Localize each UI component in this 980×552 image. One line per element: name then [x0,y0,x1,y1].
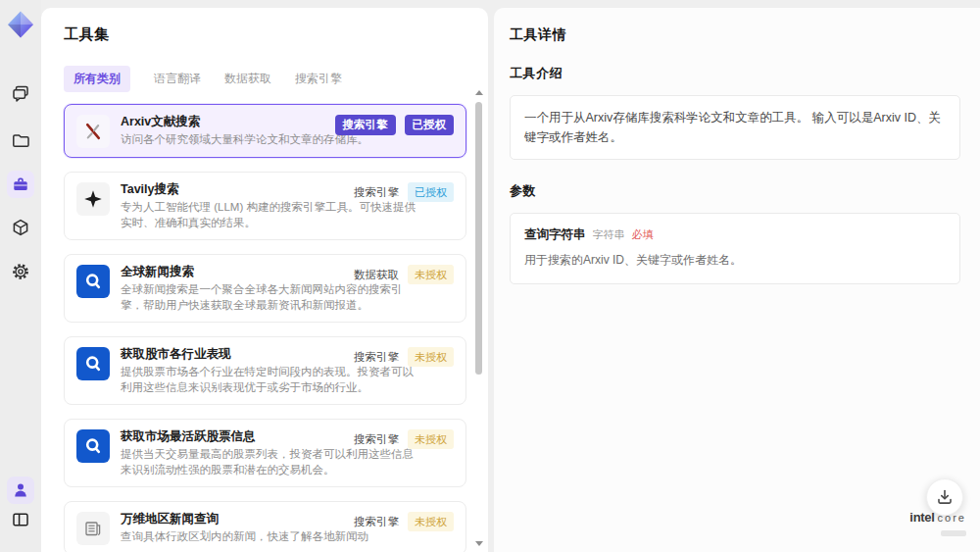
tool-icon [76,115,110,148]
tool-description: 提供股票市场各个行业在特定时间段内的表现。投资者可以利用这些信息来识别表现优于或… [121,364,416,395]
download-icon [935,487,955,507]
tool-icon [76,512,110,545]
tool-category-badge: 搜索引擎 [354,185,399,200]
param-type: 字符串 [593,227,625,242]
tool-list-panel: 工具集 所有类别 语言翻译 数据获取 搜索引擎 Arxiv文献搜索 访问各个研究… [41,8,488,552]
tool-list-item[interactable]: 获取市场最活跃股票信息 提供当天交易量最高的股票列表，投资者可以利用这些信息来识… [64,419,466,487]
tool-auth-badge: 已授权 [405,115,455,135]
detail-title: 工具详情 [510,26,960,44]
tool-list-item[interactable]: 获取股市各行业表现 提供股票市场各个行业在特定时间段内的表现。投资者可以利用这些… [64,336,466,405]
tool-auth-badge: 未授权 [408,429,454,449]
param-required-badge: 必填 [632,227,654,242]
intel-core-logo: intelcore [909,510,966,537]
param-description: 用于搜索的Arxiv ID、关键字或作者姓名。 [524,252,946,269]
tool-category-badge: 搜索引擎 [354,350,399,365]
intel-wordmark: intel [909,510,934,525]
tool-category-badge: 搜索引擎 [354,515,399,529]
tool-description: 提供当天交易量最高的股票列表，投资者可以利用这些信息来识别流动性强的股票和潜在的… [121,446,416,477]
tab-language-translation[interactable]: 语言翻译 [154,71,201,87]
tool-category-badge: 搜索引擎 [335,115,396,135]
param-name: 查询字符串 [524,226,586,243]
tool-name: Arxiv文献搜索 [121,114,368,130]
nav-rail [0,0,41,552]
scrollbar-up-arrow[interactable] [475,90,483,95]
tool-list-item[interactable]: 全球新闻搜索 全球新闻搜索是一个聚合全球各大新闻网站内容的搜索引擎，帮助用户快速… [64,254,466,323]
tool-list-item[interactable]: 万维地区新闻查询 查询具体行政区划内的新闻，快速了解各地新闻动 搜索引擎 未授权 [64,501,466,552]
scrollbar-down-arrow[interactable] [475,541,483,546]
tool-description: 全球新闻搜索是一个聚合全球各大新闻网站内容的搜索引擎，帮助用户快速获取全球最新资… [121,281,416,313]
tool-category-badge: 搜索引擎 [354,432,399,447]
toolbox-nav-icon[interactable] [7,171,34,198]
param-card: 查询字符串 字符串 必填 用于搜索的Arxiv ID、关键字或作者姓名。 [510,213,960,284]
scrollbar-thumb[interactable] [475,102,482,375]
tool-icon [76,265,110,298]
tool-list-item[interactable]: Arxiv文献搜索 访问各个研究领域大量科学论文和文章的存储库。 搜索引擎 已授… [64,104,466,158]
app-logo-icon [6,10,35,39]
tab-data-acquisition[interactable]: 数据获取 [224,71,271,87]
folder-nav-icon[interactable] [7,126,34,154]
core-wordmark: core [938,512,966,524]
panel-toggle-icon[interactable] [7,506,34,533]
tool-list: Arxiv文献搜索 访问各个研究领域大量科学论文和文章的存储库。 搜索引擎 已授… [64,104,466,552]
page-title: 工具集 [64,25,466,44]
tool-auth-badge: 未授权 [408,347,454,367]
tab-all-categories[interactable]: 所有类别 [64,66,130,92]
tool-description: 查询具体行政区划内的新闻，快速了解各地新闻动 [121,528,368,544]
tool-auth-badge: 未授权 [408,512,454,531]
tool-detail-panel: 工具详情 工具介绍 一个用于从Arxiv存储库搜索科学论文和文章的工具。 输入可… [494,8,980,552]
tool-list-item[interactable]: Tavily搜索 专为人工智能代理 (LLM) 构建的搜索引擎工具。可快速提供实… [64,172,466,240]
app-window: 工具集 所有类别 语言翻译 数据获取 搜索引擎 Arxiv文献搜索 访问各个研究… [0,0,980,552]
tool-icon [76,347,110,380]
tool-description: 访问各个研究领域大量科学论文和文章的存储库。 [121,131,368,147]
user-nav-icon[interactable] [7,477,34,504]
settings-gear-icon[interactable] [7,258,34,285]
list-scrollbar [474,90,483,546]
tool-name: 万维地区新闻查询 [121,511,368,527]
tool-auth-badge: 已授权 [408,182,454,202]
tab-search-engine[interactable]: 搜索引擎 [295,71,342,87]
tool-auth-badge: 未授权 [408,265,454,284]
tool-icon [76,182,110,216]
tool-category-badge: 数据获取 [354,268,399,282]
params-heading: 参数 [510,182,960,200]
intro-text: 一个用于从Arxiv存储库搜索科学论文和文章的工具。 输入可以是Arxiv ID… [510,95,960,160]
chat-nav-icon[interactable] [7,79,34,107]
brand-decoration [941,530,966,536]
category-tabs: 所有类别 语言翻译 数据获取 搜索引擎 [64,66,466,92]
cube-nav-icon[interactable] [7,214,34,241]
intro-heading: 工具介绍 [510,65,960,82]
tool-icon [76,429,110,463]
tool-description: 专为人工智能代理 (LLM) 构建的搜索引擎工具。可快速提供实时、准确和真实的结… [121,199,416,230]
